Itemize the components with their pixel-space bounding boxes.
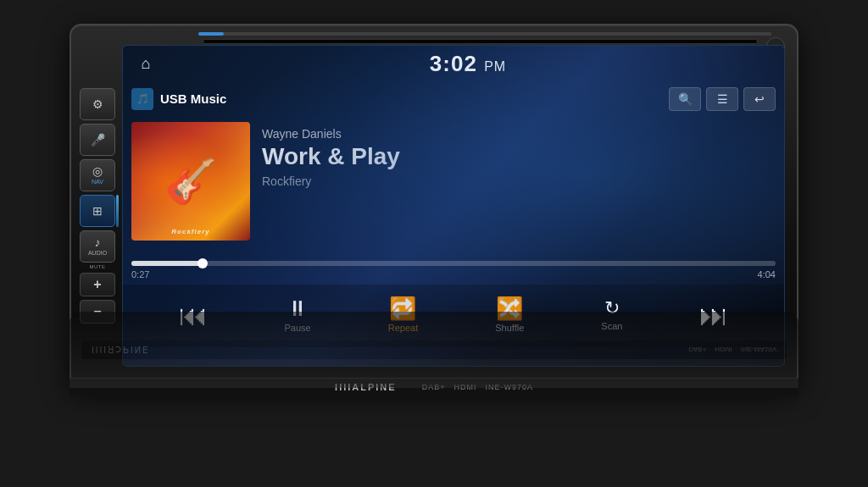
mic-icon: 🎤 — [91, 134, 105, 146]
menu-button[interactable]: ☰ — [706, 87, 738, 111]
back-icon: ↩ — [754, 92, 765, 106]
screen-topbar: ⌂ 3:02 PM — [123, 46, 784, 83]
clock-display: 3:02 PM — [160, 51, 776, 77]
nav-button[interactable]: ◎ NAV — [80, 159, 115, 191]
content-area: 🎸 Rockfiery Wayne Daniels Work & Play Ro… — [123, 115, 784, 259]
album-art: 🎸 Rockfiery — [131, 122, 250, 241]
source-icon: 🎵 — [131, 88, 153, 110]
album-art-figure: 🎸 — [131, 122, 250, 241]
nav-icon: ◎ — [92, 165, 103, 177]
apps-icon: ⊞ — [92, 205, 103, 217]
source-actions: 🔍 ☰ ↩ — [669, 87, 776, 111]
menu-icon: ☰ — [717, 92, 728, 106]
settings-icon: ⚙ — [92, 98, 103, 110]
track-album: Rockfiery — [262, 174, 776, 188]
head-unit-device: ⏏ ⚙ 🎤 ◎ NAV ⊞ ♪ AUDIO MUTE — [70, 24, 798, 464]
apps-button[interactable]: ⊞ — [80, 195, 115, 227]
progress-bar[interactable] — [131, 261, 776, 266]
back-button[interactable]: ↩ — [743, 87, 776, 111]
reflection-logo: IIIIЯƆPINE — [92, 345, 150, 354]
source-bar: 🎵 USB Music 🔍 ☰ ↩ — [123, 83, 784, 115]
progress-area: 0:27 4:04 — [123, 259, 784, 285]
search-button[interactable]: 🔍 — [669, 87, 701, 111]
progress-times: 0:27 4:04 — [131, 269, 776, 279]
disc-slot — [203, 39, 758, 44]
total-time: 4:04 — [758, 269, 776, 279]
track-title: Work & Play — [262, 144, 776, 170]
device-reflection: IIIIЯƆPINE DAB+ HDMI INE-MA10V — [70, 312, 798, 388]
progress-fill — [131, 261, 203, 266]
home-icon: ⌂ — [142, 55, 151, 73]
mic-button[interactable]: 🎤 — [80, 124, 115, 156]
left-control-panel: ⚙ 🎤 ◎ NAV ⊞ ♪ AUDIO MUTE + − — [80, 88, 115, 324]
reflection-tags: DAB+ HDMI INE-MA10V — [688, 346, 776, 353]
led-accent — [116, 195, 119, 227]
home-button[interactable]: ⌂ — [131, 51, 160, 78]
track-artist: Wayne Daniels — [262, 127, 776, 141]
usb-icon: 🎵 — [136, 93, 149, 105]
audio-group: ♪ AUDIO MUTE — [80, 230, 115, 269]
progress-handle[interactable] — [198, 258, 208, 268]
search-icon: 🔍 — [678, 92, 693, 106]
settings-button[interactable]: ⚙ — [80, 88, 115, 120]
source-title: USB Music — [160, 91, 662, 106]
audio-button[interactable]: ♪ AUDIO — [80, 230, 115, 263]
current-time: 0:27 — [131, 269, 149, 279]
volume-up-button[interactable]: + — [80, 273, 115, 296]
album-art-text: Rockfiery — [131, 228, 250, 235]
audio-icon: ♪ — [95, 236, 101, 248]
reflection-bar: IIIIЯƆPINE DAB+ HDMI INE-MA10V — [81, 340, 787, 359]
loading-bar — [198, 32, 771, 36]
track-info: Wayne Daniels Work & Play Rockfiery — [262, 122, 776, 252]
